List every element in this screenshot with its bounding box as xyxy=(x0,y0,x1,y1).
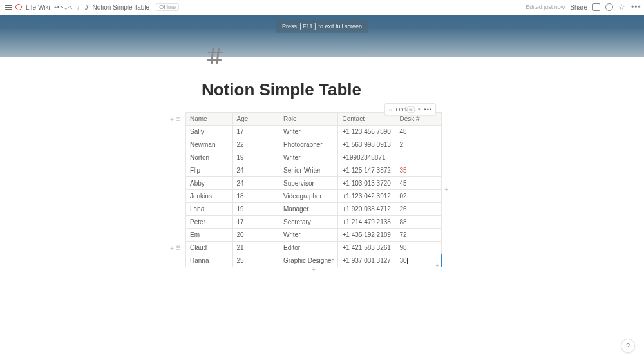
cell-contact[interactable]: +1 123 456 7890 xyxy=(338,126,395,138)
cell-desk[interactable]: 45 xyxy=(395,177,442,190)
table-row: Hanna25Graphic Designer+1 937 031 312730 xyxy=(186,254,442,267)
cell-desk[interactable]: 30 xyxy=(395,254,442,267)
table-row: Jenkins18Videographer+1 123 042 391202 xyxy=(186,190,442,203)
fit-columns-icon[interactable]: ↔ xyxy=(388,106,392,113)
simple-table: Name Age Role Contact Desk # Sally17Writ… xyxy=(185,112,442,267)
cell-contact[interactable]: +1 125 147 3872 xyxy=(338,164,395,177)
cell-name[interactable]: Claud xyxy=(186,242,233,254)
cell-age[interactable]: 20 xyxy=(232,229,279,242)
cell-desk[interactable]: 88 xyxy=(395,216,442,229)
breadcrumb-separator: / xyxy=(78,4,80,11)
cell-name[interactable]: Norton xyxy=(186,151,233,164)
fs-hint-key: F11 xyxy=(300,23,316,30)
cell-desk[interactable]: 02 xyxy=(395,190,442,203)
cell-age[interactable]: 17 xyxy=(232,216,279,229)
cell-contact[interactable]: +1 937 031 3127 xyxy=(338,254,395,267)
cell-role[interactable]: Manager xyxy=(279,203,338,216)
breadcrumb-wiki[interactable]: Life Wiki xyxy=(26,4,50,11)
cell-desk[interactable]: 2 xyxy=(395,138,442,151)
table-row: Newman22Photographer+1 563 998 09132 xyxy=(186,138,442,151)
cell-name[interactable]: Hanna xyxy=(186,254,233,267)
cell-role[interactable]: Photographer xyxy=(279,138,338,151)
cell-contact[interactable]: +1 123 042 3912 xyxy=(338,190,395,203)
more-icon[interactable]: ••• xyxy=(631,3,639,11)
cell-role[interactable]: Videographer xyxy=(279,190,338,203)
table-row: Flip24Senior Writer+1 125 147 387235 xyxy=(186,164,442,177)
fullscreen-hint: Press F11 to exit full screen xyxy=(276,20,368,33)
cell-age[interactable]: 22 xyxy=(232,138,279,151)
add-row-bottom-icon[interactable]: + xyxy=(312,266,316,273)
cell-name[interactable]: Jenkins xyxy=(186,190,233,203)
cell-age[interactable]: 24 xyxy=(232,177,279,190)
cell-role[interactable]: Writer xyxy=(279,126,338,138)
page-icon-hash[interactable] xyxy=(204,45,226,67)
cell-name[interactable]: Abby xyxy=(186,177,233,190)
comments-icon[interactable] xyxy=(592,3,600,11)
topbar: Life Wiki +∘*·.｡·*. / # Notion Simple Ta… xyxy=(0,0,644,15)
drag-handle-icon[interactable]: ⠿ xyxy=(176,116,180,123)
cell-desk[interactable]: 72 xyxy=(395,229,442,242)
add-row-icon[interactable]: + xyxy=(170,245,174,252)
cell-role[interactable]: Graphic Designer xyxy=(279,254,338,267)
wiki-icon xyxy=(15,4,22,10)
header-name[interactable]: Name xyxy=(186,113,233,126)
cell-age[interactable]: 25 xyxy=(232,254,279,267)
chevron-down-icon: ▾ xyxy=(418,107,421,112)
cell-contact[interactable]: +19982348871 xyxy=(338,151,395,164)
cell-contact[interactable]: +1 920 038 4712 xyxy=(338,203,395,216)
cell-contact[interactable]: +1 103 013 3720 xyxy=(338,177,395,190)
cell-role[interactable]: Writer xyxy=(279,229,338,242)
cell-age[interactable]: 18 xyxy=(232,190,279,203)
cell-contact[interactable]: +1 214 479 2138 xyxy=(338,216,395,229)
add-row-icon[interactable]: + xyxy=(170,116,174,123)
menu-icon[interactable] xyxy=(5,5,12,10)
breadcrumb-wiki-suffix: +∘*·.｡·*. xyxy=(54,5,73,10)
hash-icon: # xyxy=(84,4,88,11)
cell-age[interactable]: 24 xyxy=(232,164,279,177)
cell-name[interactable]: Newman xyxy=(186,138,233,151)
cell-name[interactable]: Lana xyxy=(186,203,233,216)
share-button[interactable]: Share xyxy=(570,4,587,11)
add-column-icon[interactable]: + xyxy=(444,186,448,193)
cell-name[interactable]: Em xyxy=(186,229,233,242)
cell-age[interactable]: 21 xyxy=(232,242,279,254)
cell-contact[interactable]: +1 563 998 0913 xyxy=(338,138,395,151)
cell-name[interactable]: Sally xyxy=(186,126,233,138)
table-more-icon[interactable]: ••• xyxy=(424,106,432,113)
page-cover: Press F11 to exit full screen xyxy=(0,15,644,57)
add-corner-icon[interactable]: + xyxy=(435,262,439,269)
cell-desk[interactable] xyxy=(395,151,442,164)
help-button[interactable]: ? xyxy=(621,339,635,353)
page-title[interactable]: Notion Simple Table xyxy=(202,80,361,100)
cell-desk[interactable]: 48 xyxy=(395,126,442,138)
favorite-icon[interactable]: ☆ xyxy=(618,3,626,11)
cell-role[interactable]: Supervisor xyxy=(279,177,338,190)
cell-contact[interactable]: +1 421 583 3261 xyxy=(338,242,395,254)
table-row: Lana19Manager+1 920 038 471226 xyxy=(186,203,442,216)
cell-desk[interactable]: 26 xyxy=(395,203,442,216)
header-age[interactable]: Age xyxy=(232,113,279,126)
edited-timestamp: Edited just now xyxy=(526,4,565,10)
cell-role[interactable]: Writer xyxy=(279,151,338,164)
cell-age[interactable]: 19 xyxy=(232,203,279,216)
cell-name[interactable]: Flip xyxy=(186,164,233,177)
cell-desk[interactable]: 98 xyxy=(395,242,442,254)
cell-contact[interactable]: +1 435 192 2189 xyxy=(338,229,395,242)
cell-age[interactable]: 19 xyxy=(232,151,279,164)
cell-role[interactable]: Senior Writer xyxy=(279,164,338,177)
column-width-badge: ⊞ xyxy=(407,106,415,113)
cell-age[interactable]: 17 xyxy=(232,126,279,138)
header-role[interactable]: Role xyxy=(279,113,338,126)
table-row: Em20Writer+1 435 192 218972 xyxy=(186,229,442,242)
drag-handle-icon[interactable]: ⠿ xyxy=(176,245,180,252)
table-row: Claud21Editor+1 421 583 326198 xyxy=(186,242,442,254)
cell-role[interactable]: Editor xyxy=(279,242,338,254)
cell-desk[interactable]: 35 xyxy=(395,164,442,177)
offline-badge: Offline xyxy=(156,3,179,11)
updates-icon[interactable] xyxy=(605,3,613,11)
cell-name[interactable]: Peter xyxy=(186,216,233,229)
breadcrumb-page[interactable]: Notion Simple Table xyxy=(92,4,149,11)
cell-role[interactable]: Secretary xyxy=(279,216,338,229)
fs-hint-post: to exit full screen xyxy=(319,23,363,30)
breadcrumb: Life Wiki +∘*·.｡·*. / # Notion Simple Ta… xyxy=(5,3,179,11)
